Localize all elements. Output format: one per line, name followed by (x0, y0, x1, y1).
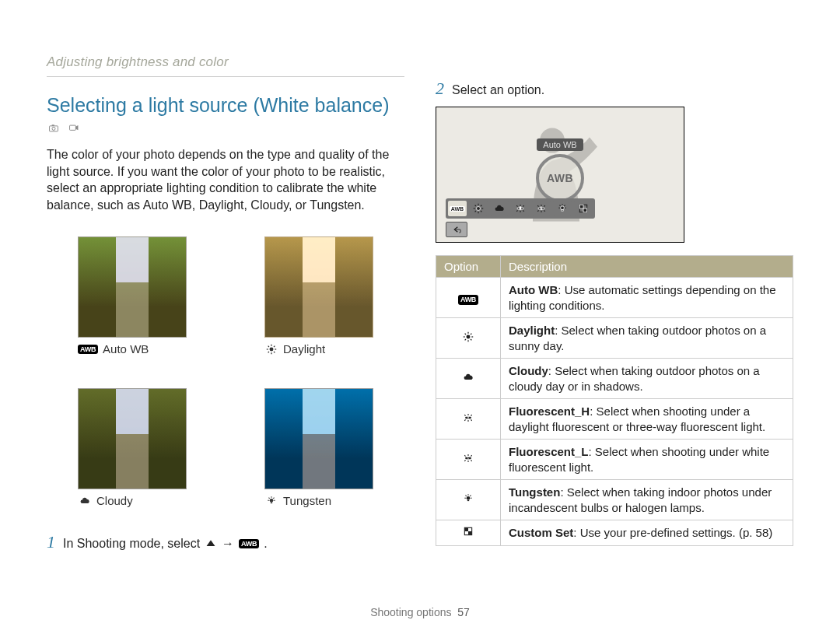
wb-option-fluor-l[interactable] (532, 201, 551, 216)
option-icon-cell (436, 399, 501, 440)
option-desc-cell: Cloudy: Select when taking outdoor photo… (501, 359, 793, 399)
page-title: Selecting a light source (White balance) (47, 94, 404, 117)
sample-image (78, 388, 187, 489)
step-2: 2 Select an option. (436, 80, 793, 97)
sample-label: Tungsten (283, 494, 331, 507)
wb-label: Auto WB (537, 138, 583, 151)
table-row: AWBAuto WB: Use automatic settings depen… (436, 278, 793, 318)
option-icon-cell (436, 520, 501, 546)
sun-icon (461, 331, 475, 342)
footer-section: Shooting options (370, 606, 451, 618)
option-desc-cell: Fluorescent_H: Select when shooting unde… (501, 399, 793, 440)
awb-icon: AWB (458, 295, 478, 306)
wb-ring-text: AWB (547, 172, 573, 184)
arrow-text: → (222, 537, 234, 551)
breadcrumb: Adjusting brightness and color (47, 54, 404, 70)
fluorescent-h-icon (461, 412, 475, 423)
sample-image (264, 236, 373, 338)
sample-label: Cloudy (96, 494, 133, 507)
sample-daylight: Daylight (264, 236, 373, 356)
footer-page: 57 (457, 606, 470, 618)
th-description: Description (501, 256, 793, 278)
option-desc-cell: Daylight: Select when taking outdoor pho… (501, 318, 793, 359)
divider (47, 76, 404, 77)
step-text: Select an option. (452, 83, 544, 97)
step-number: 1 (47, 534, 55, 551)
step-text: In Shooting mode, select (63, 537, 200, 551)
sample-label: Auto WB (103, 342, 149, 356)
camera-icon (47, 123, 61, 134)
awb-icon: AWB (78, 345, 98, 354)
wb-option-tungsten[interactable] (553, 201, 572, 216)
page-footer: Shooting options 57 (0, 606, 840, 618)
cloud-icon (461, 372, 475, 383)
cloud-icon (78, 496, 92, 506)
bulb-icon (264, 496, 278, 506)
sample-tungsten: Tungsten (264, 388, 373, 507)
custom-set-icon (461, 526, 475, 537)
table-row: Cloudy: Select when taking outdoor photo… (436, 359, 793, 399)
option-desc-cell: Tungsten: Select when taking indoor phot… (501, 480, 793, 520)
wb-option-awb[interactable]: AWB (448, 201, 467, 216)
sample-auto-wb: AWB Auto WB (78, 236, 187, 356)
intro-text: The color of your photo depends on the t… (47, 146, 404, 213)
sample-grid: AWB Auto WB Daylight Cloudy (47, 224, 404, 520)
wb-option-row[interactable]: AWB (446, 198, 595, 219)
movie-icon (67, 123, 81, 134)
wb-option-fluor-h[interactable] (511, 201, 530, 216)
option-icon-cell (436, 440, 501, 480)
period: . (264, 537, 267, 551)
options-table: Option Description AWBAuto WB: Use autom… (436, 255, 793, 546)
sample-cloudy: Cloudy (78, 388, 187, 507)
sun-icon (264, 344, 278, 355)
table-row: Custom Set: Use your pre-defined setting… (436, 520, 793, 546)
sample-image (264, 388, 373, 489)
option-icon-cell (436, 318, 501, 359)
bulb-icon (461, 493, 475, 504)
sample-image (78, 236, 187, 338)
step-number: 2 (436, 80, 444, 97)
option-desc-cell: Fluorescent_L: Select when shooting unde… (501, 440, 793, 480)
table-row: Fluorescent_H: Select when shooting unde… (436, 399, 793, 440)
table-row: Fluorescent_L: Select when shooting unde… (436, 440, 793, 480)
fluorescent-l-icon (461, 453, 475, 464)
up-triangle-icon (205, 538, 217, 549)
wb-option-cloudy[interactable] (490, 201, 509, 216)
option-desc-cell: Auto WB: Use automatic settings dependin… (501, 278, 793, 318)
table-row: Daylight: Select when taking outdoor pho… (436, 318, 793, 359)
preview-screen: Auto WB AWB AWB (436, 107, 684, 243)
back-button[interactable] (446, 222, 467, 237)
option-icon-cell (436, 359, 501, 399)
option-desc-cell: Custom Set: Use your pre-defined setting… (501, 520, 793, 546)
table-row: Tungsten: Select when taking indoor phot… (436, 480, 793, 520)
sample-label: Daylight (283, 342, 325, 356)
wb-option-custom[interactable] (574, 201, 593, 216)
mode-icons (47, 123, 404, 134)
awb-icon: AWB (239, 539, 259, 548)
wb-ring: AWB (536, 154, 584, 202)
th-option: Option (436, 256, 501, 278)
wb-option-daylight[interactable] (469, 201, 488, 216)
option-icon-cell: AWB (436, 278, 501, 318)
option-icon-cell (436, 480, 501, 520)
step-1: 1 In Shooting mode, select → AWB . (47, 534, 404, 551)
